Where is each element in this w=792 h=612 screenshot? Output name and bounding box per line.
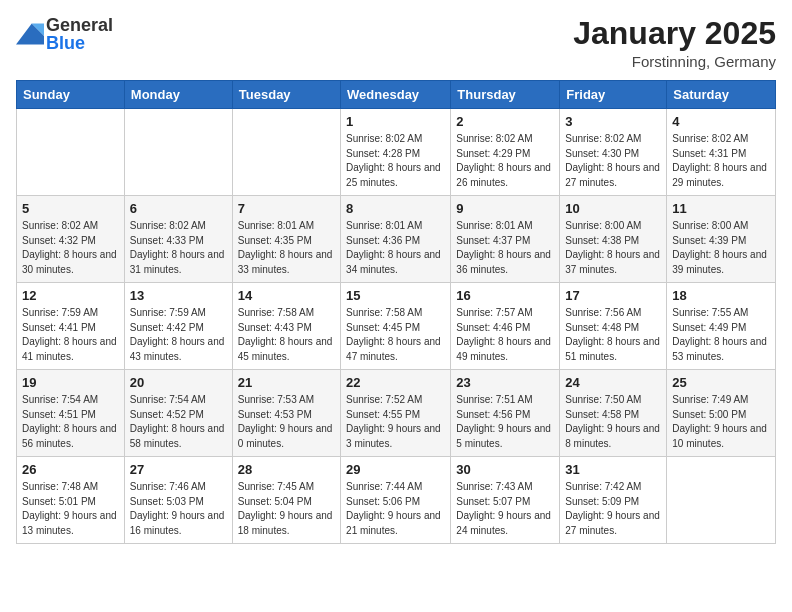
day-cell: 11Sunrise: 8:00 AM Sunset: 4:39 PM Dayli… <box>667 196 776 283</box>
day-number: 6 <box>130 201 227 216</box>
day-info: Sunrise: 7:51 AM Sunset: 4:56 PM Dayligh… <box>456 393 554 451</box>
day-info: Sunrise: 7:45 AM Sunset: 5:04 PM Dayligh… <box>238 480 335 538</box>
day-info: Sunrise: 7:54 AM Sunset: 4:51 PM Dayligh… <box>22 393 119 451</box>
day-number: 4 <box>672 114 770 129</box>
day-cell: 3Sunrise: 8:02 AM Sunset: 4:30 PM Daylig… <box>560 109 667 196</box>
day-number: 9 <box>456 201 554 216</box>
day-cell: 15Sunrise: 7:58 AM Sunset: 4:45 PM Dayli… <box>341 283 451 370</box>
day-number: 19 <box>22 375 119 390</box>
day-cell: 5Sunrise: 8:02 AM Sunset: 4:32 PM Daylig… <box>17 196 125 283</box>
day-number: 12 <box>22 288 119 303</box>
day-cell: 8Sunrise: 8:01 AM Sunset: 4:36 PM Daylig… <box>341 196 451 283</box>
logo-general: General <box>46 16 113 34</box>
day-cell <box>667 457 776 544</box>
day-number: 2 <box>456 114 554 129</box>
day-cell: 7Sunrise: 8:01 AM Sunset: 4:35 PM Daylig… <box>232 196 340 283</box>
day-cell: 17Sunrise: 7:56 AM Sunset: 4:48 PM Dayli… <box>560 283 667 370</box>
day-cell: 22Sunrise: 7:52 AM Sunset: 4:55 PM Dayli… <box>341 370 451 457</box>
day-cell: 28Sunrise: 7:45 AM Sunset: 5:04 PM Dayli… <box>232 457 340 544</box>
day-info: Sunrise: 7:52 AM Sunset: 4:55 PM Dayligh… <box>346 393 445 451</box>
logo-icon <box>16 20 44 48</box>
day-info: Sunrise: 8:00 AM Sunset: 4:39 PM Dayligh… <box>672 219 770 277</box>
day-cell: 26Sunrise: 7:48 AM Sunset: 5:01 PM Dayli… <box>17 457 125 544</box>
day-info: Sunrise: 8:02 AM Sunset: 4:32 PM Dayligh… <box>22 219 119 277</box>
day-info: Sunrise: 8:02 AM Sunset: 4:33 PM Dayligh… <box>130 219 227 277</box>
day-cell: 9Sunrise: 8:01 AM Sunset: 4:37 PM Daylig… <box>451 196 560 283</box>
header: General Blue January 2025 Forstinning, G… <box>16 16 776 70</box>
day-cell: 4Sunrise: 8:02 AM Sunset: 4:31 PM Daylig… <box>667 109 776 196</box>
week-row-2: 5Sunrise: 8:02 AM Sunset: 4:32 PM Daylig… <box>17 196 776 283</box>
column-header-sunday: Sunday <box>17 81 125 109</box>
day-number: 7 <box>238 201 335 216</box>
day-info: Sunrise: 7:59 AM Sunset: 4:41 PM Dayligh… <box>22 306 119 364</box>
day-info: Sunrise: 8:00 AM Sunset: 4:38 PM Dayligh… <box>565 219 661 277</box>
day-info: Sunrise: 7:54 AM Sunset: 4:52 PM Dayligh… <box>130 393 227 451</box>
day-info: Sunrise: 7:56 AM Sunset: 4:48 PM Dayligh… <box>565 306 661 364</box>
day-info: Sunrise: 8:02 AM Sunset: 4:30 PM Dayligh… <box>565 132 661 190</box>
column-header-friday: Friday <box>560 81 667 109</box>
day-cell <box>17 109 125 196</box>
day-number: 25 <box>672 375 770 390</box>
day-number: 30 <box>456 462 554 477</box>
column-header-thursday: Thursday <box>451 81 560 109</box>
day-number: 1 <box>346 114 445 129</box>
day-cell: 13Sunrise: 7:59 AM Sunset: 4:42 PM Dayli… <box>124 283 232 370</box>
day-cell <box>124 109 232 196</box>
day-number: 29 <box>346 462 445 477</box>
day-cell: 20Sunrise: 7:54 AM Sunset: 4:52 PM Dayli… <box>124 370 232 457</box>
page: General Blue January 2025 Forstinning, G… <box>0 0 792 612</box>
day-info: Sunrise: 7:58 AM Sunset: 4:43 PM Dayligh… <box>238 306 335 364</box>
day-number: 31 <box>565 462 661 477</box>
day-cell: 18Sunrise: 7:55 AM Sunset: 4:49 PM Dayli… <box>667 283 776 370</box>
day-info: Sunrise: 7:55 AM Sunset: 4:49 PM Dayligh… <box>672 306 770 364</box>
day-info: Sunrise: 8:02 AM Sunset: 4:28 PM Dayligh… <box>346 132 445 190</box>
logo: General Blue <box>16 16 113 52</box>
day-number: 23 <box>456 375 554 390</box>
day-cell: 6Sunrise: 8:02 AM Sunset: 4:33 PM Daylig… <box>124 196 232 283</box>
day-info: Sunrise: 7:42 AM Sunset: 5:09 PM Dayligh… <box>565 480 661 538</box>
day-cell: 2Sunrise: 8:02 AM Sunset: 4:29 PM Daylig… <box>451 109 560 196</box>
day-number: 20 <box>130 375 227 390</box>
day-cell: 14Sunrise: 7:58 AM Sunset: 4:43 PM Dayli… <box>232 283 340 370</box>
day-cell: 1Sunrise: 8:02 AM Sunset: 4:28 PM Daylig… <box>341 109 451 196</box>
day-number: 3 <box>565 114 661 129</box>
day-number: 15 <box>346 288 445 303</box>
calendar-table: SundayMondayTuesdayWednesdayThursdayFrid… <box>16 80 776 544</box>
day-info: Sunrise: 8:01 AM Sunset: 4:37 PM Dayligh… <box>456 219 554 277</box>
day-info: Sunrise: 7:48 AM Sunset: 5:01 PM Dayligh… <box>22 480 119 538</box>
day-number: 21 <box>238 375 335 390</box>
day-cell: 21Sunrise: 7:53 AM Sunset: 4:53 PM Dayli… <box>232 370 340 457</box>
day-info: Sunrise: 7:57 AM Sunset: 4:46 PM Dayligh… <box>456 306 554 364</box>
week-row-5: 26Sunrise: 7:48 AM Sunset: 5:01 PM Dayli… <box>17 457 776 544</box>
day-number: 11 <box>672 201 770 216</box>
week-row-3: 12Sunrise: 7:59 AM Sunset: 4:41 PM Dayli… <box>17 283 776 370</box>
day-info: Sunrise: 7:53 AM Sunset: 4:53 PM Dayligh… <box>238 393 335 451</box>
day-info: Sunrise: 7:46 AM Sunset: 5:03 PM Dayligh… <box>130 480 227 538</box>
day-number: 13 <box>130 288 227 303</box>
day-cell: 16Sunrise: 7:57 AM Sunset: 4:46 PM Dayli… <box>451 283 560 370</box>
day-number: 24 <box>565 375 661 390</box>
day-cell: 31Sunrise: 7:42 AM Sunset: 5:09 PM Dayli… <box>560 457 667 544</box>
day-cell: 19Sunrise: 7:54 AM Sunset: 4:51 PM Dayli… <box>17 370 125 457</box>
day-info: Sunrise: 8:02 AM Sunset: 4:29 PM Dayligh… <box>456 132 554 190</box>
column-header-wednesday: Wednesday <box>341 81 451 109</box>
calendar-subtitle: Forstinning, Germany <box>573 53 776 70</box>
day-cell: 23Sunrise: 7:51 AM Sunset: 4:56 PM Dayli… <box>451 370 560 457</box>
day-number: 14 <box>238 288 335 303</box>
column-header-tuesday: Tuesday <box>232 81 340 109</box>
week-row-1: 1Sunrise: 8:02 AM Sunset: 4:28 PM Daylig… <box>17 109 776 196</box>
day-cell: 12Sunrise: 7:59 AM Sunset: 4:41 PM Dayli… <box>17 283 125 370</box>
day-info: Sunrise: 8:01 AM Sunset: 4:35 PM Dayligh… <box>238 219 335 277</box>
day-cell: 10Sunrise: 8:00 AM Sunset: 4:38 PM Dayli… <box>560 196 667 283</box>
day-number: 18 <box>672 288 770 303</box>
logo-text: General Blue <box>46 16 113 52</box>
day-number: 16 <box>456 288 554 303</box>
calendar-header-row: SundayMondayTuesdayWednesdayThursdayFrid… <box>17 81 776 109</box>
day-number: 28 <box>238 462 335 477</box>
day-number: 27 <box>130 462 227 477</box>
day-number: 17 <box>565 288 661 303</box>
day-cell: 25Sunrise: 7:49 AM Sunset: 5:00 PM Dayli… <box>667 370 776 457</box>
day-info: Sunrise: 7:43 AM Sunset: 5:07 PM Dayligh… <box>456 480 554 538</box>
day-cell <box>232 109 340 196</box>
day-info: Sunrise: 8:01 AM Sunset: 4:36 PM Dayligh… <box>346 219 445 277</box>
